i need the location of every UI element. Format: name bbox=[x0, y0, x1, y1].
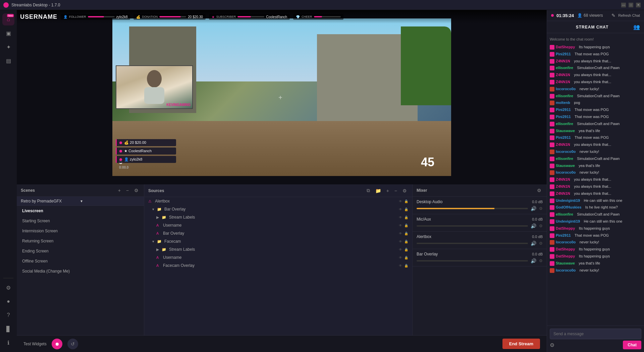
scene-item-returning[interactable]: Returning Screen bbox=[17, 236, 144, 246]
sidebar-item-stats[interactable]: ▊ bbox=[2, 323, 14, 335]
sources-folder-button[interactable]: 📁 bbox=[374, 187, 382, 194]
source-username-eye[interactable]: 👁 bbox=[399, 224, 402, 227]
sources-remove-button[interactable]: − bbox=[393, 187, 398, 194]
mixer-desktop-slider[interactable] bbox=[417, 208, 528, 209]
source-facecam-username-lock[interactable]: 🔒 bbox=[404, 256, 408, 259]
follower-icon: 👤 bbox=[63, 15, 67, 19]
msg-user-0: DatSheppy bbox=[556, 45, 575, 50]
sidebar-item-scene[interactable]: ▣ bbox=[2, 27, 14, 39]
sources-copy-button[interactable]: ⧉ bbox=[365, 187, 371, 194]
mixer-desktop-toggle[interactable]: 🔊 bbox=[531, 206, 536, 211]
refresh-button[interactable]: ↺ bbox=[67, 339, 78, 349]
source-facecam-username-eye[interactable]: 👁 bbox=[399, 256, 402, 259]
chat-msg-15: locoroco0o never lucky! bbox=[550, 149, 641, 156]
source-facecam-lock[interactable]: 🔒 bbox=[404, 240, 408, 243]
subscriber-label: SUBSCRIBER bbox=[216, 15, 236, 18]
msg-text-23: Is he live right now? bbox=[585, 205, 618, 210]
scene-item-social[interactable]: Social Media (Change Me) bbox=[17, 266, 144, 276]
sidebar-item-alerts[interactable]: ✦ bbox=[2, 41, 14, 53]
msg-text-32: never lucky! bbox=[580, 268, 599, 273]
chat-msg-19: Z4NN1N you always think that... bbox=[550, 176, 641, 183]
source-item-facecam-username[interactable]: A Username 👁 🔒 bbox=[144, 253, 412, 261]
mixer-alertbox-settings[interactable]: ⚙ bbox=[539, 241, 543, 246]
edit-icon[interactable]: ✎ bbox=[611, 13, 615, 18]
source-item-stream-labels[interactable]: ▶ 📁 Stream Labels 👁 🔒 bbox=[144, 213, 412, 221]
source-item-facecam-stream-labels[interactable]: ▶ 📁 Stream Labels 👁 🔒 bbox=[144, 245, 412, 253]
source-alertbox-eye[interactable]: 👁 bbox=[399, 199, 402, 203]
msg-user-17: Stauswave bbox=[556, 163, 575, 168]
record-button[interactable]: ⏺ bbox=[52, 339, 62, 349]
mixer-bar-overlay-settings[interactable]: ⚙ bbox=[539, 258, 543, 263]
mixer-alertbox-slider[interactable] bbox=[417, 243, 528, 244]
source-item-username[interactable]: A Username 👁 🔒 bbox=[144, 221, 412, 229]
chat-msg-12: Stauswave yea that's life bbox=[550, 128, 641, 135]
source-alertbox-lock[interactable]: 🔒 bbox=[404, 199, 408, 203]
badge-5 bbox=[550, 80, 554, 84]
close-button[interactable]: ✕ bbox=[636, 3, 641, 7]
minimize-button[interactable]: — bbox=[621, 3, 626, 7]
manage-users-button[interactable]: 👥 bbox=[633, 24, 640, 30]
scene-item-livescreen[interactable]: Livescreen bbox=[17, 206, 144, 216]
scene-item-intermission[interactable]: Intermission Screen bbox=[17, 226, 144, 236]
svg-rect-1 bbox=[144, 87, 164, 104]
bottom-panel: Scenes + − ⚙ Retro by PremadeGFX ▾ Lives… bbox=[17, 184, 547, 335]
chat-settings-button[interactable]: ⚙ bbox=[550, 342, 554, 348]
mixer-mic-toggle[interactable]: 🔊 bbox=[531, 223, 536, 229]
sidebar-item-profile[interactable]: ● bbox=[2, 295, 14, 307]
msg-user-22: Undeviginti19 bbox=[556, 198, 580, 203]
scenes-dropdown[interactable]: Retro by PremadeGFX ▾ bbox=[17, 197, 144, 206]
badge-23 bbox=[550, 205, 554, 210]
source-item-facecam-overlay[interactable]: A Facecam Overlay 👁 🔒 bbox=[144, 261, 412, 270]
source-bar-overlay-eye[interactable]: 👁 bbox=[399, 208, 402, 211]
badge-0 bbox=[550, 45, 554, 50]
msg-text-31: yea that's life bbox=[579, 261, 600, 266]
mixer-desktop-settings[interactable]: ⚙ bbox=[539, 206, 543, 211]
source-bar-overlay-text-lock[interactable]: 🔒 bbox=[404, 232, 408, 235]
sources-settings-button[interactable]: ⚙ bbox=[401, 187, 408, 194]
source-facecam-overlay-lock[interactable]: 🔒 bbox=[404, 264, 408, 268]
sidebar-item-help[interactable]: ? bbox=[2, 309, 14, 321]
sidebar-item-home[interactable]: ⌂ New bbox=[2, 13, 14, 25]
source-bar-overlay-text-eye[interactable]: 👁 bbox=[399, 232, 402, 235]
sources-add-button[interactable]: + bbox=[385, 187, 390, 194]
scene-item-starting[interactable]: Starting Screen bbox=[17, 216, 144, 226]
source-facecam-eye[interactable]: 👁 bbox=[399, 240, 402, 243]
source-stream-labels-eye[interactable]: 👁 bbox=[399, 216, 402, 219]
scene-item-ending[interactable]: Ending Screen bbox=[17, 246, 144, 256]
source-username-lock[interactable]: 🔒 bbox=[404, 224, 408, 227]
chat-msg-31: Stauswave yea that's life bbox=[550, 260, 641, 267]
scenes-add-button[interactable]: + bbox=[117, 187, 122, 194]
source-facecam-stream-labels-eye[interactable]: 👁 bbox=[399, 248, 402, 251]
mixer-settings-button[interactable]: ⚙ bbox=[536, 187, 543, 194]
source-stream-labels-lock[interactable]: 🔒 bbox=[404, 216, 408, 219]
chat-message-input[interactable] bbox=[550, 329, 641, 339]
msg-user-2: Z4NN1N bbox=[556, 59, 570, 64]
mixer-mic-slider[interactable] bbox=[417, 225, 528, 227]
sidebar-item-info[interactable]: ℹ bbox=[2, 337, 14, 349]
scenes-settings-button[interactable]: ⚙ bbox=[133, 187, 140, 194]
refresh-chat-button[interactable]: Refresh Chat bbox=[618, 13, 640, 17]
source-facecam-overlay-eye[interactable]: 👁 bbox=[399, 264, 402, 268]
mixer-bar-overlay-slider[interactable] bbox=[417, 260, 528, 261]
source-item-alertbox[interactable]: ⚠ Alertbox 👁 🔒 bbox=[144, 197, 412, 205]
source-facecam-stream-labels-lock[interactable]: 🔒 bbox=[404, 248, 408, 251]
content-area: USERNAME 👤 FOLLOWER zylo2k8 💰 DONATION 2… bbox=[17, 10, 547, 352]
end-stream-button[interactable]: End Stream bbox=[502, 339, 540, 349]
mixer-alertbox-toggle[interactable]: 🔊 bbox=[531, 241, 536, 246]
maximize-button[interactable]: □ bbox=[629, 3, 633, 7]
source-item-facecam-folder[interactable]: ▾ 📁 Facecam 👁 🔒 bbox=[144, 237, 412, 245]
source-item-bar-overlay-folder[interactable]: ▾ 📁 Bar Overlay 👁 🔒 bbox=[144, 205, 412, 213]
source-item-bar-overlay-text[interactable]: A Bar Overlay 👁 🔒 bbox=[144, 229, 412, 237]
webcam-label: KEVINGAMING bbox=[166, 103, 191, 107]
mixer-mic-settings[interactable]: ⚙ bbox=[539, 224, 543, 228]
msg-text-11: SimulationCraft and Pawn bbox=[577, 121, 620, 126]
scene-item-offline[interactable]: Offline Screen bbox=[17, 256, 144, 266]
source-bar-overlay-lock[interactable]: 🔒 bbox=[404, 208, 408, 211]
scenes-panel: Scenes + − ⚙ Retro by PremadeGFX ▾ Lives… bbox=[17, 184, 144, 335]
mixer-bar-overlay-toggle[interactable]: 🔊 bbox=[531, 258, 536, 263]
sidebar-item-settings[interactable]: ⚙ bbox=[2, 282, 14, 294]
sidebar-item-media[interactable]: ▤ bbox=[2, 55, 14, 67]
badge-1 bbox=[550, 52, 554, 57]
chat-send-button[interactable]: Chat bbox=[623, 341, 641, 349]
scenes-remove-button[interactable]: − bbox=[125, 187, 130, 194]
